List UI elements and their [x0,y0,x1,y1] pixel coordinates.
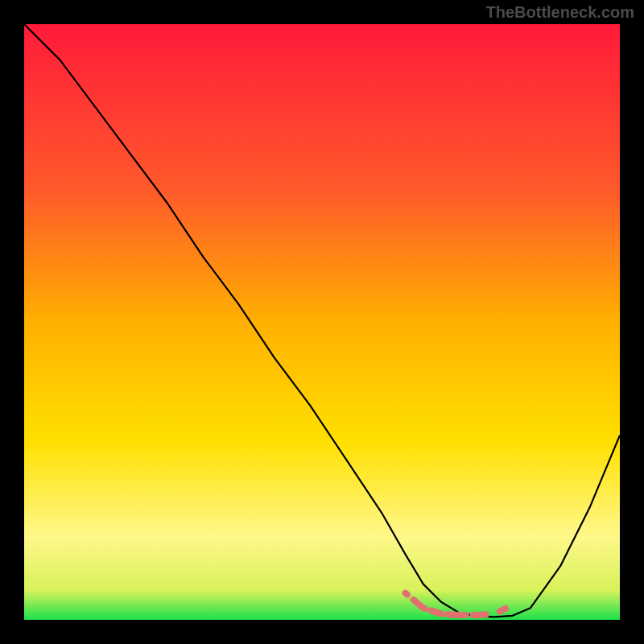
chart-svg [24,24,620,620]
plot-area [24,24,620,620]
watermark-text: TheBottleneck.com [486,3,634,22]
chart-container: TheBottleneck.com [0,0,644,644]
gradient-background [24,24,620,620]
